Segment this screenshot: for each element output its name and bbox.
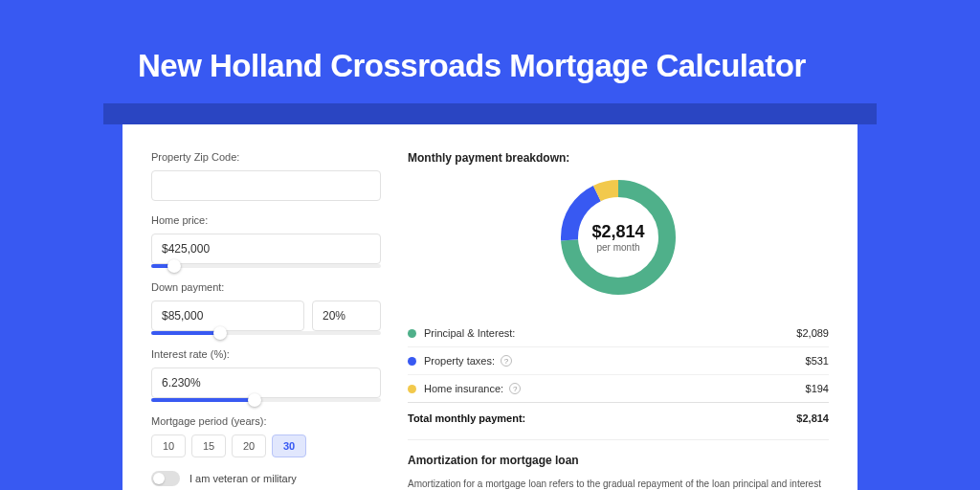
zip-field: Property Zip Code: [151,151,381,201]
down-payment-slider[interactable] [151,331,381,335]
period-option-20[interactable]: 20 [232,434,266,457]
home-price-input[interactable] [151,234,381,264]
breakdown-title: Monthly payment breakdown: [408,151,829,165]
breakdown-label: Principal & Interest: [424,327,515,339]
amortization-text: Amortization for a mortgage loan refers … [408,477,829,490]
breakdown-label: Home insurance: [424,383,503,394]
total-value: $2,814 [796,412,829,424]
donut-center-amount: $2,814 [591,222,644,242]
breakdown-value: $194 [806,383,829,394]
interest-rate-slider[interactable] [151,398,381,402]
breakdown-row: Home insurance:?$194 [408,375,829,403]
home-price-slider[interactable] [151,264,381,268]
home-price-label: Home price: [151,214,381,226]
breakdown-row: Property taxes:?$531 [408,347,829,375]
info-icon[interactable]: ? [501,355,512,367]
amortization-title: Amortization for mortgage loan [408,454,829,467]
form-column: Property Zip Code: Home price: Down paym… [151,151,381,490]
amortization-section: Amortization for mortgage loan Amortizat… [408,439,829,490]
veteran-label: I am veteran or military [189,473,297,484]
legend-dot-icon [408,357,416,366]
total-row: Total monthly payment: $2,814 [408,403,829,439]
mortgage-period-options: 10152030 [151,434,381,457]
interest-rate-slider-thumb[interactable] [248,393,261,407]
legend-dot-icon [408,385,416,393]
breakdown-value: $531 [806,355,829,367]
down-payment-slider-thumb[interactable] [213,326,227,340]
down-payment-field: Down payment: [151,281,381,335]
mortgage-period-field: Mortgage period (years): 10152030 [151,415,381,457]
veteran-toggle[interactable] [151,471,180,486]
donut-center-sub: per month [596,242,639,253]
info-icon[interactable]: ? [509,383,521,394]
breakdown-column: Monthly payment breakdown: $2,814 per mo… [408,151,829,490]
total-label: Total monthly payment: [408,412,525,424]
breakdown-row: Principal & Interest:$2,089 [408,320,829,347]
zip-label: Property Zip Code: [151,151,381,163]
donut-chart: $2,814 per month [557,176,679,299]
interest-rate-label: Interest rate (%): [151,348,381,360]
veteran-toggle-row: I am veteran or military [151,471,381,486]
period-option-15[interactable]: 15 [191,434,226,457]
interest-rate-input[interactable] [151,368,381,398]
home-price-field: Home price: [151,214,381,268]
down-payment-label: Down payment: [151,281,381,293]
zip-input[interactable] [151,170,381,201]
calculator-card: Property Zip Code: Home price: Down paym… [122,124,858,490]
down-payment-amount-input[interactable] [151,301,304,331]
down-payment-pct-input[interactable] [312,301,381,331]
breakdown-label: Property taxes: [424,355,495,367]
breakdown-value: $2,089 [796,327,829,339]
donut-chart-wrap: $2,814 per month [408,176,829,299]
legend-dot-icon [408,329,416,338]
interest-rate-field: Interest rate (%): [151,348,381,402]
veteran-toggle-knob [153,473,165,484]
mortgage-period-label: Mortgage period (years): [151,415,381,427]
period-option-30[interactable]: 30 [272,434,306,457]
page-title: New Holland Crossroads Mortgage Calculat… [138,48,980,84]
home-price-slider-thumb[interactable] [167,259,181,273]
header-band [103,103,877,124]
period-option-10[interactable]: 10 [151,434,186,457]
